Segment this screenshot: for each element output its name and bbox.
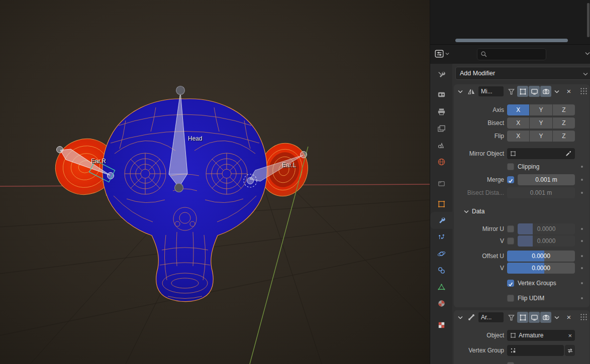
edit-mode-icon — [519, 88, 527, 95]
tab-object[interactable] — [430, 195, 452, 212]
tab-modifiers[interactable] — [430, 212, 452, 229]
armature-panel-header[interactable]: Ar... × — [454, 310, 589, 324]
show-render-toggle[interactable] — [540, 86, 551, 97]
offset-v-slider[interactable]: 0.0000 — [507, 263, 575, 274]
expand-chevron-icon[interactable] — [458, 90, 463, 93]
show-edit-mode-toggle[interactable] — [517, 312, 528, 323]
mirror-v-row: V 0.0000 — [454, 235, 589, 247]
tab-render[interactable] — [430, 86, 452, 103]
clipping-row: Clipping — [454, 161, 589, 172]
tab-particles[interactable] — [430, 228, 452, 246]
mirror-object-field[interactable] — [507, 148, 575, 159]
flip-buttons: X Y Z — [507, 131, 575, 142]
decorator-dot[interactable] — [581, 192, 583, 194]
mirror-name-field[interactable]: Mi... — [478, 86, 504, 96]
vertex-group-icon — [510, 347, 516, 353]
expand-chevron-icon[interactable] — [464, 210, 469, 213]
flip-x-button[interactable]: X — [507, 131, 529, 142]
axis-y-button[interactable]: Y — [530, 104, 552, 115]
tab-material[interactable] — [430, 295, 452, 312]
armature-name-field[interactable]: Ar... — [478, 312, 504, 322]
mirror-v-slider[interactable]: 0.0000 — [518, 235, 575, 247]
properties-main: Add Modifier Mi... — [452, 64, 590, 364]
search-input[interactable] — [489, 51, 541, 58]
offset-v-row: V 0.0000 — [454, 263, 589, 274]
flip-udim-label: Flip UDIM — [518, 293, 544, 304]
decorator-dot[interactable] — [581, 282, 583, 284]
armature-vertex-group-field[interactable] — [507, 345, 564, 356]
tab-tool[interactable] — [430, 66, 452, 83]
expand-chevron-icon[interactable] — [458, 316, 463, 319]
header-options-chevron-icon[interactable] — [585, 52, 590, 55]
armature-object-label: Object — [454, 330, 504, 341]
object-icon — [510, 151, 516, 157]
mirror-u-slider[interactable]: 0.0000 — [518, 223, 575, 234]
offset-u-slider[interactable]: 0.0000 — [507, 251, 575, 262]
flip-row: Flip X Y Z — [454, 131, 589, 142]
decorator-dot[interactable] — [581, 240, 583, 242]
eyedropper-icon[interactable] — [565, 150, 572, 157]
flip-udim-row: Flip UDIM — [454, 293, 589, 304]
bisect-z-button[interactable]: Z — [553, 117, 575, 129]
tab-scene[interactable] — [430, 137, 452, 154]
close-icon[interactable]: × — [564, 86, 573, 96]
flip-y-button[interactable]: Y — [530, 131, 552, 142]
offset-u-label: Offset U — [454, 251, 504, 262]
axis-x-button[interactable]: X — [507, 104, 529, 115]
merge-checkbox[interactable] — [507, 176, 514, 183]
show-render-toggle[interactable] — [540, 312, 551, 323]
tab-texture[interactable] — [430, 316, 452, 333]
outliner-vertical-scrollbar[interactable] — [587, 3, 589, 37]
tab-world[interactable] — [430, 153, 452, 170]
tab-collection[interactable] — [430, 175, 452, 192]
tab-output[interactable] — [430, 103, 452, 120]
bisect-x-button[interactable]: X — [507, 117, 529, 129]
show-on-cage-toggle[interactable] — [506, 312, 517, 323]
bisect-y-button[interactable]: Y — [530, 117, 552, 129]
merge-threshold-field[interactable]: 0.001 m — [518, 174, 575, 185]
axis-z-button[interactable]: Z — [553, 104, 575, 115]
flip-z-button[interactable]: Z — [553, 131, 575, 142]
decorator-dot[interactable] — [581, 267, 583, 269]
partial-checkbox[interactable] — [507, 362, 514, 364]
mirror-v-checkbox[interactable] — [507, 237, 514, 245]
decorator-dot[interactable] — [581, 166, 583, 168]
decorator-dot[interactable] — [581, 297, 583, 299]
editor-type-button[interactable] — [434, 49, 449, 59]
decorator-dot[interactable] — [581, 228, 583, 230]
armature-object-field[interactable]: Armature × — [507, 330, 575, 341]
tab-object-data[interactable] — [430, 278, 452, 295]
mirror-panel-header[interactable]: Mi... × — [454, 84, 589, 98]
bisect-distance-field[interactable]: 0.001 m — [507, 187, 575, 198]
armature-object-row: Object Armature × — [454, 330, 589, 341]
mirror-u-checkbox[interactable] — [507, 225, 514, 232]
show-viewport-toggle[interactable] — [529, 86, 540, 97]
decorator-dot[interactable] — [581, 255, 583, 257]
vertex-groups-checkbox[interactable] — [507, 280, 514, 287]
clipping-checkbox[interactable] — [507, 163, 514, 170]
panel-drag-handle[interactable] — [580, 87, 587, 95]
properties-search[interactable] — [477, 48, 546, 60]
tab-physics[interactable] — [430, 245, 452, 262]
tab-view-layer[interactable] — [430, 120, 452, 137]
show-on-cage-toggle[interactable] — [506, 86, 517, 97]
invert-vertex-group-button[interactable] — [565, 345, 575, 356]
show-edit-mode-toggle[interactable] — [517, 86, 528, 97]
add-modifier-button[interactable]: Add Modifier — [455, 67, 590, 80]
properties-editor-icon — [434, 49, 444, 59]
tab-constraints[interactable] — [430, 262, 452, 279]
extras-chevron-icon[interactable] — [554, 90, 559, 93]
decorator-dot[interactable] — [581, 179, 583, 181]
on-cage-icon — [508, 88, 515, 95]
3d-viewport[interactable]: Head Ear.R Ear.L — [0, 0, 430, 364]
close-icon[interactable]: × — [564, 312, 573, 322]
data-subpanel-header[interactable]: Data — [454, 206, 589, 217]
flip-udim-checkbox[interactable] — [507, 295, 514, 302]
extras-chevron-icon[interactable] — [554, 316, 559, 319]
blender-window: Head Ear.R Ear.L — [0, 0, 590, 364]
panel-drag-handle[interactable] — [580, 313, 587, 321]
clear-object-icon[interactable]: × — [568, 332, 572, 339]
show-viewport-toggle[interactable] — [529, 312, 540, 323]
offset-v-label: V — [454, 263, 504, 274]
outliner-horizontal-scrollbar[interactable] — [455, 39, 568, 42]
